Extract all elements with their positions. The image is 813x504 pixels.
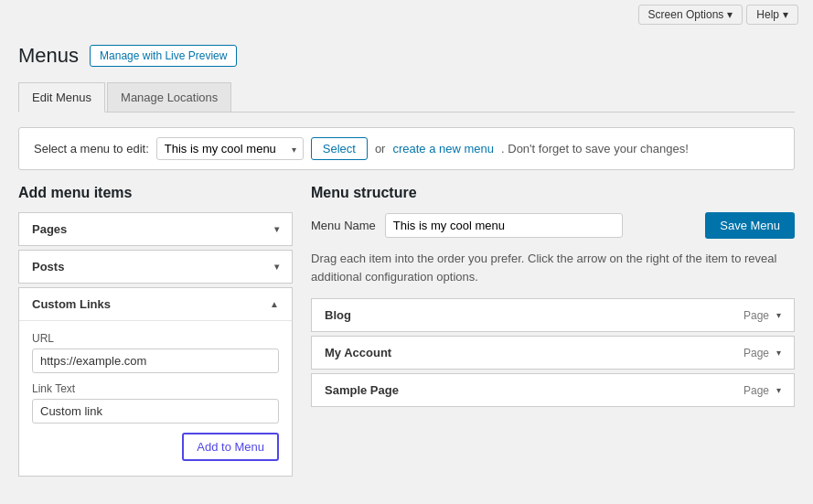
sample-page-item-expand-icon[interactable]: ▾ (776, 385, 781, 395)
custom-links-accordion: Custom Links ▲ URL Link Text (18, 287, 293, 477)
posts-accordion-arrow-icon: ▾ (274, 262, 279, 272)
menu-name-row: Menu Name (311, 213, 623, 238)
pages-accordion-label: Pages (32, 222, 67, 236)
add-menu-items-title: Add menu items (18, 185, 293, 201)
select-button[interactable]: Select (311, 137, 368, 160)
menu-structure-panel: Menu structure Menu Name Save Menu Drag … (311, 185, 795, 411)
sample-page-item-type: Page (743, 384, 769, 397)
posts-accordion: Posts ▾ (18, 250, 293, 284)
screen-options-button[interactable]: Screen Options ▾ (638, 5, 743, 25)
url-field: URL (32, 332, 279, 373)
pages-accordion: Pages ▾ (18, 212, 293, 246)
my-account-item-type: Page (743, 347, 769, 359)
menu-select-wrapper: This is my cool menu ▾ (156, 137, 304, 160)
tab-edit-menus[interactable]: Edit Menus (18, 82, 105, 113)
custom-links-content: URL Link Text Add to Menu (19, 320, 292, 476)
posts-accordion-header[interactable]: Posts ▾ (19, 251, 292, 283)
posts-accordion-label: Posts (32, 260, 64, 273)
my-account-item-expand-icon[interactable]: ▾ (776, 348, 781, 358)
link-text-field: Link Text (32, 382, 279, 424)
link-text-input[interactable] (32, 399, 279, 424)
help-label: Help (756, 8, 779, 21)
custom-links-accordion-label: Custom Links (32, 297, 111, 311)
menu-name-label: Menu Name (311, 219, 376, 232)
my-account-item-title: My Account (325, 346, 391, 359)
tabs: Edit Menus Manage Locations (18, 82, 795, 113)
main-content: Menus Manage with Live Preview Edit Menu… (0, 29, 813, 495)
blog-item-expand-icon[interactable]: ▾ (776, 310, 781, 320)
add-to-menu-button[interactable]: Add to Menu (182, 433, 279, 461)
title-row: Menus Manage with Live Preview (18, 44, 795, 68)
screen-options-arrow-icon: ▾ (727, 8, 733, 21)
my-account-item-right: Page ▾ (743, 347, 781, 359)
custom-links-accordion-header[interactable]: Custom Links ▲ (19, 288, 292, 320)
save-menu-button[interactable]: Save Menu (705, 212, 795, 239)
menu-item-blog: Blog Page ▾ (311, 298, 795, 332)
menu-structure-title: Menu structure (311, 185, 795, 201)
page-wrapper: Screen Options ▾ Help ▾ Menus Manage wit… (0, 0, 813, 504)
blog-item-right: Page ▾ (743, 309, 781, 322)
live-preview-button[interactable]: Manage with Live Preview (90, 45, 237, 67)
pages-accordion-arrow-icon: ▾ (274, 224, 279, 234)
help-arrow-icon: ▾ (783, 8, 788, 21)
sample-page-item-right: Page ▾ (743, 384, 781, 397)
menu-select-dropdown[interactable]: This is my cool menu (156, 137, 304, 160)
notice-suffix-text: . Don't forget to save your changes! (501, 142, 689, 155)
select-menu-label: Select a menu to edit: (34, 142, 149, 155)
menu-item-my-account: My Account Page ▾ (311, 336, 795, 370)
page-title: Menus (18, 44, 79, 68)
screen-options-label: Screen Options (648, 8, 724, 21)
menu-structure-header: Menu Name Save Menu (311, 212, 795, 239)
blog-item-type: Page (743, 309, 769, 322)
drag-hint-text: Drag each item into the order you prefer… (311, 250, 795, 285)
url-label: URL (32, 332, 279, 345)
custom-links-accordion-arrow-icon: ▲ (270, 299, 279, 309)
top-bar: Screen Options ▾ Help ▾ (0, 0, 813, 29)
blog-item-title: Blog (325, 308, 351, 322)
tab-manage-locations[interactable]: Manage Locations (107, 82, 231, 112)
menu-name-input[interactable] (385, 213, 623, 238)
menu-items-list: Blog Page ▾ My Account Page ▾ (311, 298, 795, 407)
menu-item-sample-page: Sample Page Page ▾ (311, 373, 795, 407)
notice-or-text: or (375, 142, 386, 155)
url-input[interactable] (32, 349, 279, 373)
add-menu-items-panel: Add menu items Pages ▾ Posts ▾ (18, 185, 293, 480)
sample-page-item-title: Sample Page (325, 383, 399, 397)
help-button[interactable]: Help ▾ (746, 5, 798, 25)
two-column-layout: Add menu items Pages ▾ Posts ▾ (18, 185, 795, 480)
notice-bar: Select a menu to edit: This is my cool m… (18, 127, 795, 170)
pages-accordion-header[interactable]: Pages ▾ (19, 213, 292, 245)
create-new-menu-link[interactable]: create a new menu (392, 142, 494, 155)
link-text-label: Link Text (32, 382, 279, 395)
